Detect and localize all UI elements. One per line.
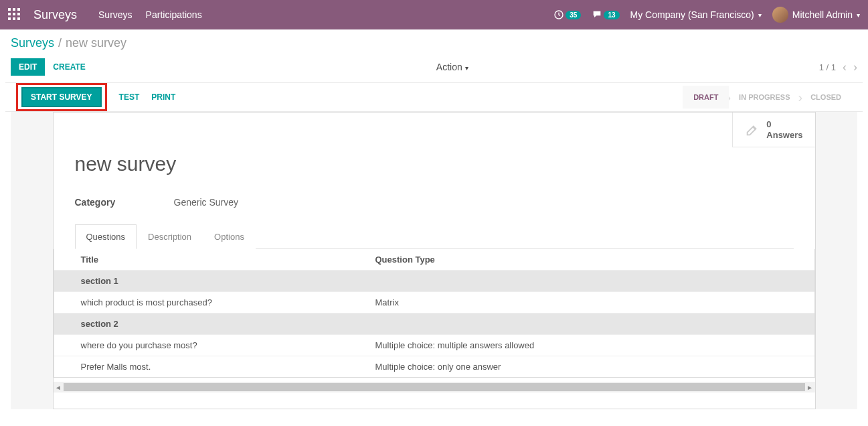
brand-title[interactable]: Surveys: [33, 8, 77, 22]
horizontal-scrollbar[interactable]: ◄ ►: [54, 382, 815, 393]
column-header-title[interactable]: Title: [62, 255, 375, 265]
row-title: which product is most purchased?: [62, 297, 375, 307]
stage-indicator: DRAFT › IN PROGRESS › CLOSED: [683, 86, 852, 109]
table-row[interactable]: Prefer Malls most.Multiple choice: only …: [54, 356, 814, 377]
apps-icon[interactable]: [8, 8, 21, 21]
pager-next-icon[interactable]: ›: [853, 60, 857, 74]
answers-count: 0: [766, 119, 802, 130]
breadcrumb-separator: /: [58, 36, 62, 50]
row-type: [375, 319, 806, 329]
user-name: Mitchell Admin: [792, 9, 853, 20]
activity-badge: 35: [566, 11, 581, 19]
company-name: My Company (San Francisco): [630, 9, 754, 20]
svg-rect-2: [17, 8, 20, 11]
form-sheet: 0 Answers new survey Category Generic Su…: [53, 112, 816, 409]
svg-rect-7: [13, 17, 15, 20]
category-label: Category: [75, 197, 174, 208]
table-section-row[interactable]: section 1: [54, 270, 814, 291]
chevron-down-icon: ▾: [758, 11, 762, 19]
breadcrumb-root[interactable]: Surveys: [11, 36, 54, 50]
table-row[interactable]: where do you purchase most?Multiple choi…: [54, 334, 814, 356]
row-type: Multiple choice: multiple answers allowe…: [375, 340, 806, 350]
chevron-down-icon: ▾: [857, 11, 860, 19]
svg-rect-8: [17, 17, 20, 20]
scroll-thumb[interactable]: [64, 383, 805, 391]
row-type: [375, 276, 806, 286]
svg-rect-3: [8, 13, 11, 15]
avatar: [772, 7, 788, 23]
svg-rect-6: [8, 17, 11, 20]
messages-icon[interactable]: 13: [592, 9, 619, 20]
create-button[interactable]: CREATE: [53, 62, 85, 72]
svg-rect-5: [17, 13, 20, 15]
activity-icon[interactable]: 35: [553, 9, 581, 20]
column-header-type[interactable]: Question Type: [375, 255, 806, 265]
answers-stat-button[interactable]: 0 Answers: [733, 113, 814, 147]
svg-rect-4: [13, 13, 15, 15]
svg-rect-1: [13, 8, 15, 11]
print-button[interactable]: PRINT: [151, 92, 175, 102]
action-dropdown[interactable]: Action ▾: [436, 62, 468, 72]
row-title: section 1: [62, 276, 375, 286]
stage-in-progress[interactable]: IN PROGRESS: [728, 86, 800, 109]
action-label: Action: [436, 62, 462, 72]
test-button[interactable]: TEST: [119, 92, 140, 102]
start-survey-button[interactable]: START SURVEY: [21, 87, 102, 107]
tabs: Questions Description Options: [75, 224, 794, 249]
row-title: section 2: [62, 319, 375, 329]
status-bar: START SURVEY TEST PRINT DRAFT › IN PROGR…: [5, 82, 863, 112]
survey-title: new survey: [75, 153, 794, 175]
pager-text: 1 / 1: [819, 62, 836, 72]
breadcrumb: Surveys / new survey: [11, 36, 857, 50]
row-title: Prefer Malls most.: [62, 362, 375, 372]
nav-link-surveys[interactable]: Surveys: [98, 9, 133, 20]
control-panel: Surveys / new survey EDIT CREATE Action …: [0, 29, 868, 82]
tab-options[interactable]: Options: [203, 224, 256, 249]
highlight-annotation: START SURVEY: [16, 83, 107, 111]
messages-badge: 13: [604, 11, 619, 19]
nav-link-participations[interactable]: Participations: [146, 9, 202, 20]
tab-questions[interactable]: Questions: [75, 224, 137, 249]
breadcrumb-current: new survey: [66, 36, 126, 50]
category-value: Generic Survey: [174, 197, 238, 208]
row-type: Matrix: [375, 297, 806, 307]
user-menu[interactable]: Mitchell Admin ▾: [772, 7, 860, 23]
table-header: Title Question Type: [54, 249, 814, 270]
row-title: where do you purchase most?: [62, 340, 375, 350]
answers-label: Answers: [766, 130, 802, 141]
scroll-left-icon[interactable]: ◄: [54, 382, 64, 393]
row-type: Multiple choice: only one answer: [375, 362, 806, 372]
svg-rect-0: [8, 8, 11, 11]
pager-prev-icon[interactable]: ‹: [843, 60, 847, 74]
table-section-row[interactable]: section 2: [54, 313, 814, 334]
questions-table: Title Question Type section 1which produ…: [54, 249, 815, 378]
company-selector[interactable]: My Company (San Francisco) ▾: [630, 9, 762, 20]
top-navbar: Surveys Surveys Participations 35 13 My …: [0, 0, 868, 29]
stage-draft[interactable]: DRAFT: [683, 86, 729, 109]
tab-description[interactable]: Description: [137, 224, 203, 249]
edit-button[interactable]: EDIT: [11, 58, 45, 76]
chevron-down-icon: ▾: [465, 64, 468, 72]
compose-icon: [745, 123, 760, 137]
scroll-right-icon[interactable]: ►: [805, 382, 815, 393]
stage-closed[interactable]: CLOSED: [800, 86, 852, 109]
table-row[interactable]: which product is most purchased?Matrix: [54, 291, 814, 313]
